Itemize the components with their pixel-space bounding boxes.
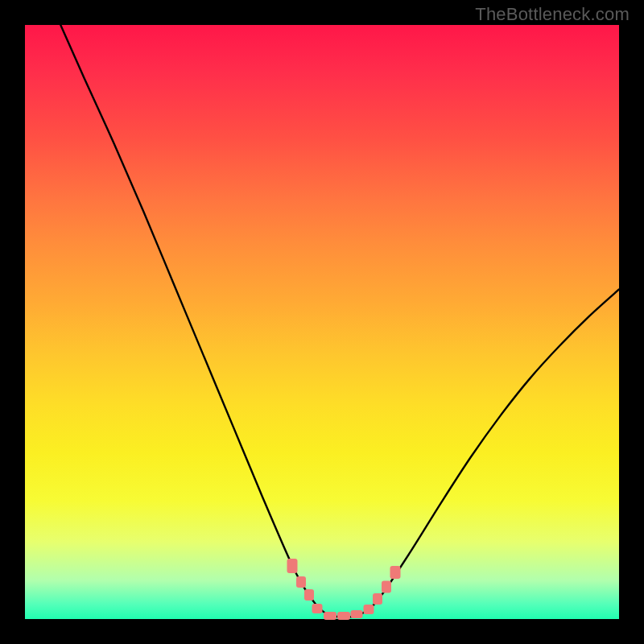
data-marker <box>363 605 374 614</box>
chart-frame: TheBottleneck.com <box>0 0 644 644</box>
data-marker <box>350 610 362 618</box>
data-marker <box>296 576 306 588</box>
data-marker <box>324 612 336 620</box>
data-marker <box>287 559 298 573</box>
data-marker <box>382 581 391 593</box>
data-marker <box>304 589 314 601</box>
watermark-text: TheBottleneck.com <box>475 4 630 25</box>
marker-layer <box>25 25 619 619</box>
data-marker <box>337 612 350 620</box>
data-marker <box>373 593 382 605</box>
plot-area <box>25 25 619 619</box>
data-marker <box>390 566 400 579</box>
data-marker <box>312 604 323 613</box>
